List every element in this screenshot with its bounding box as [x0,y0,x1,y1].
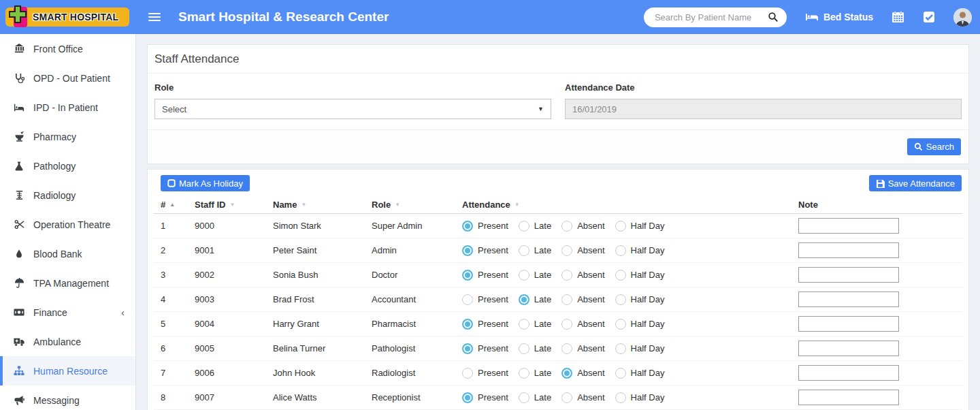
radio-late[interactable] [519,343,529,354]
sidebar-item-pharmacy[interactable]: Pharmacy [0,122,135,151]
note-input[interactable] [798,390,899,405]
calendar-icon[interactable] [892,11,904,23]
sidebar-item-ipd-in-patient[interactable]: IPD - In Patient [0,93,135,122]
radio-present-selected[interactable] [462,270,473,281]
note-input[interactable] [798,242,899,258]
attendance-option-absent[interactable]: Absent [561,343,604,354]
app-logo[interactable]: SMART HOSPITAL [5,7,129,27]
column-header-staff-id[interactable]: Staff ID▼ [188,200,266,210]
attendance-option-absent[interactable]: Absent [561,392,604,403]
sidebar-item-finance[interactable]: Finance ‹ [0,298,135,327]
sidebar-item-operation-theatre[interactable]: Operation Theatre [0,210,135,239]
attendance-option-present[interactable]: Present [462,221,508,232]
radio-late-selected[interactable] [519,294,529,305]
attendance-option-late[interactable]: Late [519,270,551,281]
radio-absent[interactable] [561,343,572,354]
radio-late[interactable] [519,368,529,379]
attendance-option-present[interactable]: Present [462,392,508,403]
radio-present-selected[interactable] [462,343,473,354]
sidebar-item-opd-out-patient[interactable]: OPD - Out Patient [0,63,135,93]
sidebar-item-blood-bank[interactable]: Blood Bank [0,239,135,268]
radio-present[interactable] [462,294,473,305]
attendance-option-late[interactable]: Late [519,392,551,403]
radio-absent[interactable] [561,294,572,305]
attendance-option-present[interactable]: Present [462,368,508,379]
attendance-option-late[interactable]: Late [519,343,551,354]
note-input[interactable] [798,291,899,307]
search-icon[interactable] [768,12,779,22]
column-header-attendance[interactable]: Attendance▼ [455,200,791,210]
radio-late[interactable] [519,270,529,281]
column-header-name[interactable]: Name▼ [266,200,365,210]
attendance-option-late[interactable]: Late [519,245,551,256]
attendance-date-input[interactable] [565,99,962,119]
attendance-option-absent[interactable]: Absent [561,294,604,305]
sidebar-item-messaging[interactable]: Messaging [0,385,135,410]
radio-present[interactable] [462,368,473,379]
sidebar-item-human-resource[interactable]: Human Resource [0,356,135,385]
role-select[interactable]: Select ▼ [154,99,551,119]
column-header-[interactable]: #▲ [154,200,188,210]
attendance-option-present[interactable]: Present [462,343,508,354]
bed-status-button[interactable]: Bed Status [805,12,873,22]
radio-half-day[interactable] [615,221,626,232]
radio-half-day[interactable] [615,368,626,379]
radio-absent[interactable] [561,319,572,330]
attendance-option-absent[interactable]: Absent [561,319,604,330]
radio-half-day[interactable] [615,319,626,330]
save-attendance-button[interactable]: Save Attendance [869,175,962,191]
radio-half-day[interactable] [615,343,626,354]
attendance-option-absent[interactable]: Absent [561,221,604,232]
note-input[interactable] [798,365,899,381]
menu-toggle-icon[interactable] [148,11,161,23]
attendance-option-half-day[interactable]: Half Day [615,368,665,379]
radio-present-selected[interactable] [462,221,473,232]
radio-present-selected[interactable] [462,319,473,330]
sidebar-item-radiology[interactable]: Radiology [0,180,135,210]
search-button[interactable]: Search [907,138,961,155]
task-check-icon[interactable] [923,11,935,23]
patient-search-input[interactable] [655,12,768,22]
attendance-option-half-day[interactable]: Half Day [615,221,665,232]
radio-late[interactable] [519,221,529,232]
radio-absent[interactable] [561,245,572,256]
radio-half-day[interactable] [615,270,626,281]
attendance-option-half-day[interactable]: Half Day [615,245,665,256]
attendance-option-half-day[interactable]: Half Day [615,270,665,281]
radio-late[interactable] [519,245,529,256]
user-avatar[interactable] [953,8,972,27]
attendance-option-late[interactable]: Late [519,294,551,305]
attendance-option-half-day[interactable]: Half Day [615,392,665,403]
attendance-option-absent[interactable]: Absent [561,245,604,256]
attendance-option-present[interactable]: Present [462,245,508,256]
radio-late[interactable] [519,392,529,403]
radio-absent[interactable] [561,392,572,403]
attendance-option-late[interactable]: Late [519,319,551,330]
attendance-option-present[interactable]: Present [462,294,508,305]
radio-half-day[interactable] [615,294,626,305]
radio-absent[interactable] [561,221,572,232]
sidebar-item-ambulance[interactable]: Ambulance [0,327,135,356]
attendance-option-late[interactable]: Late [519,221,551,232]
radio-present-selected[interactable] [462,245,473,256]
note-input[interactable] [798,218,899,234]
note-input[interactable] [798,341,899,356]
note-input[interactable] [798,316,899,332]
column-header-note[interactable]: Note [791,200,962,210]
sidebar-item-front-office[interactable]: Front Office [0,34,135,63]
mark-as-holiday-button[interactable]: Mark As Holiday [161,175,250,191]
radio-absent-selected[interactable] [561,368,572,379]
sidebar-item-pathology[interactable]: Pathology [0,151,135,180]
radio-absent[interactable] [561,270,572,281]
radio-half-day[interactable] [615,392,626,403]
radio-late[interactable] [519,319,529,330]
radio-half-day[interactable] [615,245,626,256]
attendance-option-absent[interactable]: Absent [561,270,604,281]
sidebar-item-tpa-management[interactable]: TPA Management [0,268,135,298]
attendance-option-present[interactable]: Present [462,319,508,330]
note-input[interactable] [798,267,899,283]
attendance-option-present[interactable]: Present [462,270,508,281]
attendance-option-late[interactable]: Late [519,368,551,379]
attendance-option-half-day[interactable]: Half Day [615,319,665,330]
column-header-role[interactable]: Role▼ [365,200,455,210]
